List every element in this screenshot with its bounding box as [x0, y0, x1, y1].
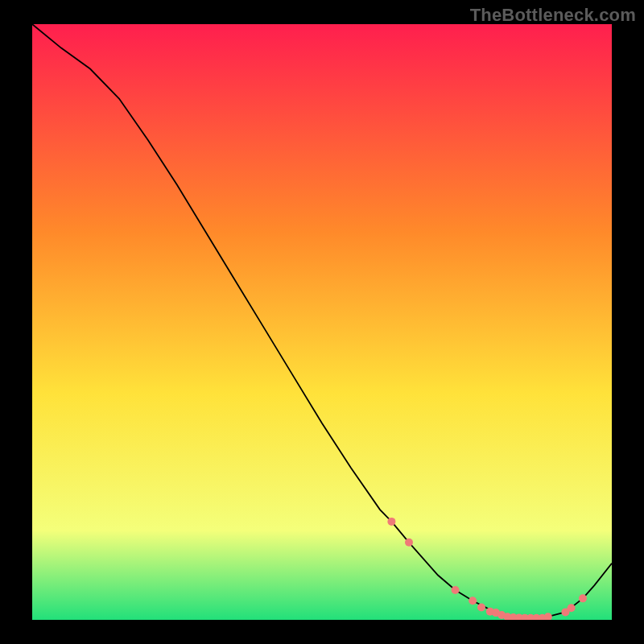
chart-svg: [32, 24, 612, 620]
data-point: [387, 518, 395, 526]
watermark-text: TheBottleneck.com: [470, 5, 636, 26]
gradient-background: [32, 24, 612, 620]
plot-area: [32, 24, 612, 620]
data-point: [452, 586, 460, 594]
data-point: [568, 604, 576, 612]
data-point: [469, 597, 477, 605]
data-point: [477, 603, 485, 611]
data-point: [579, 594, 587, 602]
chart-frame: TheBottleneck.com: [0, 0, 644, 644]
data-point: [405, 539, 413, 547]
